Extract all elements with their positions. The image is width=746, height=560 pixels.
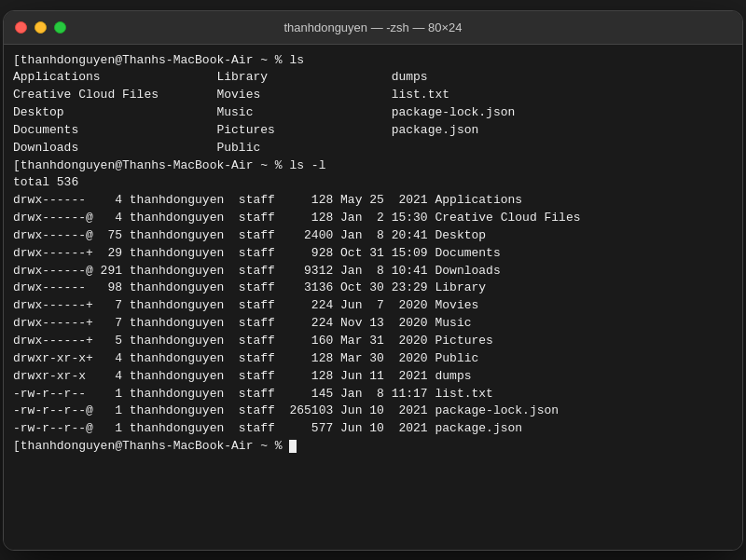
- terminal-body[interactable]: [thanhdonguyen@Thanhs-MacBook-Air ~ % ls…: [4, 45, 742, 550]
- terminal-window: thanhdonguyen — -zsh — 80×24 [thanhdongu…: [3, 10, 743, 551]
- maximize-button[interactable]: [54, 21, 66, 34]
- traffic-lights: [15, 21, 66, 34]
- titlebar: thanhdonguyen — -zsh — 80×24: [4, 11, 742, 45]
- minimize-button[interactable]: [35, 21, 47, 34]
- cursor: [289, 440, 297, 453]
- window-title: thanhdonguyen — -zsh — 80×24: [283, 20, 462, 34]
- close-button[interactable]: [15, 21, 27, 34]
